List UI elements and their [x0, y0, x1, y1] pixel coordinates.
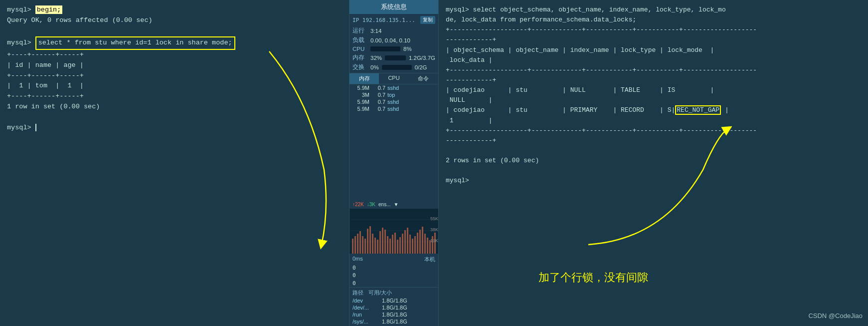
disk-row-3: /run 1.8G/1.8G	[349, 311, 438, 318]
svg-rect-23	[402, 234, 403, 254]
load-value: 0.00, 0.04, 0.10	[370, 37, 410, 43]
svg-rect-13	[377, 240, 378, 254]
disk-section: 路径 可用/大小 /dev 1.8G/1.8G /dev/... 1.8G/1.…	[349, 287, 438, 326]
latency-val-1: 0	[352, 264, 435, 272]
rt-line-7: +--------------------+-------------+----…	[446, 65, 861, 75]
net-down: ↓3K	[367, 202, 375, 207]
svg-rect-18	[389, 239, 391, 254]
terminal-blank-2	[7, 112, 342, 123]
process-row-1: 5.9M 0.7 sshd	[349, 84, 438, 91]
svg-rect-6	[359, 231, 361, 254]
svg-rect-20	[394, 233, 396, 254]
proc-mem-1: 5.9M	[352, 85, 369, 91]
table-row-1: | 1 | tom | 1 |	[7, 81, 342, 91]
proc-cpu-2: 0.7	[371, 92, 385, 98]
prompt-final-left: mysql>	[7, 123, 342, 133]
disk-row-4: /sys/... 1.8G/1.8G	[349, 318, 438, 325]
disk-header: 路径 可用/大小	[349, 289, 438, 297]
proc-cpu-3: 0.7	[371, 99, 385, 105]
copy-ip-button[interactable]: 复制	[420, 16, 435, 24]
svg-rect-26	[409, 235, 411, 254]
net-iface: ens...	[378, 202, 390, 207]
mem-size: 1.2G/3.7G	[409, 55, 435, 61]
svg-rect-27	[412, 239, 413, 254]
annotation-text: 加了个行锁，没有间隙	[538, 269, 648, 286]
tab-cpu[interactable]: CPU	[379, 73, 408, 84]
disk-path-3: /run	[352, 312, 380, 318]
svg-rect-17	[387, 236, 388, 254]
latency-host: 本机	[424, 256, 435, 263]
svg-rect-11	[372, 234, 373, 254]
sysinfo-ip-row: IP 192.168.135.1... 复制	[349, 14, 438, 26]
load-label: 负载	[352, 36, 367, 44]
disk-size-1: 1.8G/1.8G	[382, 298, 407, 304]
svg-rect-3	[352, 239, 353, 254]
proc-cpu-4: 0.7	[371, 106, 385, 112]
disk-size-2: 1.8G/1.8G	[382, 305, 407, 311]
swap-size: 0/2G	[415, 64, 427, 70]
disk-path-4: /sys/...	[352, 319, 380, 325]
proc-mem-4: 5.9M	[352, 106, 369, 112]
svg-rect-28	[414, 236, 416, 254]
table-border-top: +----+------+-----+	[7, 50, 342, 60]
process-list: 5.9M 0.7 sshd 3M 0.7 top 5.9M 0.7 sshd 5…	[349, 84, 438, 201]
latency-values: 0 0 0	[349, 264, 438, 287]
svg-rect-21	[397, 240, 398, 254]
rt-line-9: | codejiao | stu | NULL | TABLE | IS |	[446, 85, 861, 95]
right-terminal: mysql> select object_schema, object_name…	[439, 0, 868, 326]
rt-line-3: +--------------------+-------------+----…	[446, 25, 861, 35]
network-labels: ↑22K ↓3K ens... ▼	[349, 201, 438, 208]
disk-row-2: /dev/... 1.8G/1.8G	[349, 304, 438, 311]
rec-not-gap-highlight: REC_NOT_GAP	[675, 105, 721, 115]
swap-bar-outer	[382, 65, 412, 70]
svg-rect-8	[364, 239, 366, 254]
rt-line-13: +--------------------+-------------+----…	[446, 126, 861, 136]
svg-rect-32	[424, 234, 426, 254]
disk-path-2: /dev/...	[352, 305, 380, 311]
latency-header: 0ms 本机	[349, 255, 438, 264]
left-terminal: mysql> begin; Query OK, 0 rows affected …	[0, 0, 349, 326]
disk-col-size: 可用/大小	[368, 289, 392, 297]
latency-val-2: 0	[352, 272, 435, 279]
rt-prompt-final: mysql>	[446, 176, 861, 186]
disk-size-3: 1.8G/1.8G	[382, 312, 407, 318]
table-header: | id | name | age |	[7, 60, 342, 71]
proc-name-4: sshd	[387, 106, 435, 112]
process-row-3: 5.9M 0.7 sshd	[349, 98, 438, 105]
svg-rect-31	[422, 227, 423, 254]
uptime-label: 运行	[352, 27, 367, 34]
terminal-line-1: mysql> begin;	[7, 5, 342, 15]
rt-blank2	[446, 166, 861, 176]
net-expand[interactable]: ▼	[394, 202, 399, 207]
tab-mem[interactable]: 内存	[349, 73, 379, 84]
rt-line-5: | object_schema | object_name | index_na…	[446, 45, 861, 55]
sysinfo-tabs: 内存 CPU 命令	[349, 73, 438, 84]
mem-label: 内存	[352, 54, 367, 61]
terminal-line-2: Query OK, 0 rows affected (0.00 sec)	[7, 15, 342, 26]
proc-name-2: top	[387, 92, 435, 98]
svg-rect-14	[379, 231, 381, 254]
terminal-blank-1	[7, 26, 342, 36]
mem-pct: 32%	[370, 55, 382, 61]
prompt-1: mysql>	[7, 6, 35, 13]
rt-line-12: 1 |	[446, 116, 861, 126]
sysinfo-panel: 系统信息 IP 192.168.135.1... 复制 运行 3:14 负载 0…	[349, 0, 439, 326]
table-border-bot: +----+------+-----+	[7, 91, 342, 102]
cpu-label: CPU	[352, 46, 367, 52]
svg-rect-12	[374, 238, 376, 254]
proc-name-3: sshd	[387, 99, 435, 105]
disk-row-1: /dev 1.8G/1.8G	[349, 297, 438, 304]
tab-cmd[interactable]: 命令	[409, 73, 438, 84]
swap-row: 交换 0% 0/2G	[349, 62, 438, 72]
rt-line-4: ------------+	[446, 35, 861, 45]
svg-rect-33	[427, 238, 428, 254]
svg-rect-19	[392, 235, 393, 254]
svg-rect-25	[407, 228, 408, 254]
uptime-row: 运行 3:14	[349, 26, 438, 35]
rt-line-8: ------------+	[446, 75, 861, 85]
svg-text:19K: 19K	[430, 238, 438, 243]
svg-rect-22	[399, 237, 401, 254]
svg-rect-9	[367, 229, 368, 254]
svg-text:38K: 38K	[430, 227, 438, 232]
svg-rect-7	[362, 236, 363, 254]
